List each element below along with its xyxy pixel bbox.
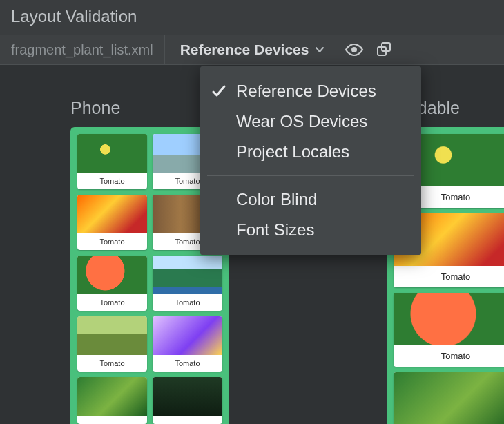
plant-image	[394, 372, 504, 424]
plant-label	[153, 416, 222, 424]
plant-image	[77, 316, 147, 355]
menu-item[interactable]: Color Blind	[200, 184, 421, 215]
chevron-down-icon	[314, 44, 325, 55]
plant-image	[77, 134, 147, 173]
device-set-menu: Reference DevicesWear OS DevicesProject …	[200, 66, 421, 255]
plant-label: Tomato	[77, 294, 147, 311]
menu-item-label: Project Locales	[236, 142, 349, 162]
plant-card[interactable]: Tomato	[153, 316, 222, 372]
menu-separator	[207, 175, 414, 176]
menu-item[interactable]: Font Sizes	[200, 215, 421, 245]
device-set-dropdown-label: Reference Devices	[180, 41, 309, 58]
plant-label: Tomato	[394, 266, 504, 287]
plant-label: Tomato	[77, 233, 147, 250]
plant-card[interactable]: Tomato	[394, 372, 504, 424]
plant-card[interactable]: Tomato	[77, 316, 147, 372]
plant-label	[77, 416, 147, 424]
plant-label: Tomato	[153, 355, 222, 372]
plant-card[interactable]: Tomato	[77, 256, 147, 311]
plant-card[interactable]: Tomato	[77, 134, 147, 189]
panel-title: Layout Validation	[0, 0, 504, 35]
plant-image	[77, 377, 147, 416]
file-tab[interactable]: fragment_plant_list.xml	[0, 35, 165, 64]
plant-card[interactable]: Tomato	[153, 256, 222, 311]
menu-item-label: Wear OS Devices	[236, 112, 367, 131]
plant-card[interactable]: Tomato	[394, 293, 504, 367]
eye-visibility-icon[interactable]	[345, 43, 364, 57]
device-set-dropdown[interactable]: Reference Devices	[165, 35, 336, 64]
plant-image	[394, 293, 504, 345]
plant-image	[77, 256, 147, 294]
menu-item[interactable]: Wear OS Devices	[200, 106, 421, 137]
plant-image	[153, 316, 222, 355]
svg-point-0	[351, 47, 357, 52]
plant-label: Tomato	[77, 355, 147, 372]
menu-item[interactable]: Project Locales	[200, 137, 421, 167]
menu-item-label: Color Blind	[236, 190, 317, 209]
menu-item[interactable]: Reference Devices	[200, 76, 421, 106]
plant-label: Tomato	[394, 345, 504, 367]
menu-item-label: Reference Devices	[236, 81, 376, 101]
plant-card[interactable]	[153, 377, 222, 424]
device-label-phone: Phone	[70, 98, 120, 118]
plant-image	[77, 195, 147, 233]
plant-label: Tomato	[153, 294, 222, 311]
plant-image	[153, 256, 222, 294]
plant-card[interactable]	[77, 377, 147, 424]
plant-label: Tomato	[77, 173, 147, 189]
copy-stack-icon[interactable]	[376, 42, 393, 57]
plant-image	[153, 377, 222, 416]
plant-card[interactable]: Tomato	[77, 195, 147, 250]
menu-item-label: Font Sizes	[236, 220, 314, 240]
check-icon	[210, 84, 228, 99]
toolbar: fragment_plant_list.xml Reference Device…	[0, 35, 504, 65]
